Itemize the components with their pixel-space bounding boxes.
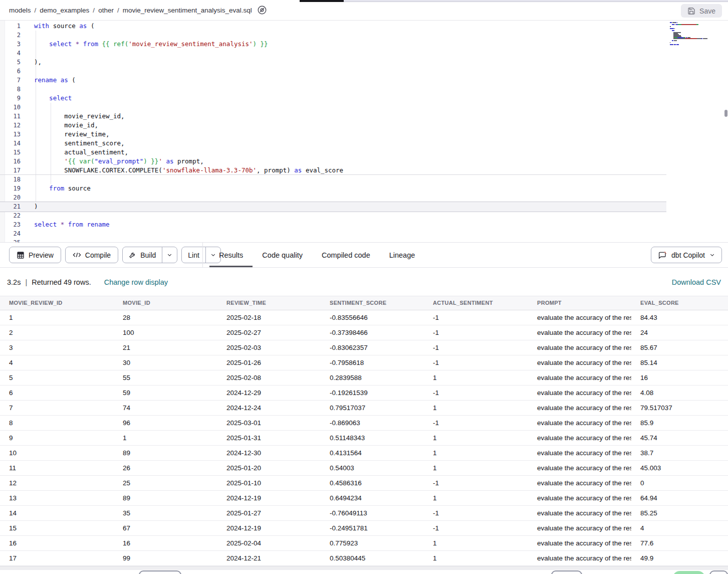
file-status-icon[interactable]: [257, 5, 268, 16]
line-number: 6: [5, 67, 21, 76]
cell: 0.4586316: [321, 476, 424, 490]
line-number: 21: [5, 202, 21, 211]
code-line[interactable]: 7rename as (: [0, 76, 728, 85]
code-line[interactable]: 20: [0, 193, 728, 202]
tab-results[interactable]: Results: [209, 243, 253, 267]
tab-compiled-code[interactable]: Compiled code: [312, 243, 380, 267]
code-line[interactable]: 1with source as (: [0, 22, 728, 31]
code-line[interactable]: 8: [0, 85, 728, 94]
cell: -1: [424, 476, 528, 490]
cell: 2025-01-20: [217, 461, 321, 475]
cell: 85.67: [631, 340, 728, 355]
code-brackets-icon: [73, 251, 81, 259]
wrench-icon: [129, 251, 136, 259]
cell: 24: [631, 325, 728, 340]
cell: 85.25: [631, 506, 728, 520]
download-csv-link[interactable]: Download CSV: [672, 278, 721, 286]
code-line[interactable]: 12 movie_id,: [0, 121, 728, 130]
code-text: select * from rename: [34, 221, 110, 228]
cell: 0: [631, 476, 728, 490]
cell: -0.869063: [321, 416, 424, 430]
code-line[interactable]: 18: [0, 175, 728, 184]
breadcrumb-item: models: [9, 7, 31, 14]
breadcrumb-item: demo_examples: [40, 7, 89, 14]
cell: 15: [0, 521, 114, 535]
code-line[interactable]: 4: [0, 49, 728, 58]
code-line[interactable]: 5),: [0, 58, 728, 67]
cell-prompt: evaluate the accuracy of the res…: [528, 551, 631, 565]
code-line[interactable]: 19 from source: [0, 184, 728, 193]
code-line[interactable]: 21): [0, 202, 728, 211]
code-line[interactable]: 13 review_time,: [0, 130, 728, 139]
line-number: 5: [5, 58, 21, 67]
line-number: 1: [5, 22, 21, 31]
cell: 2025-01-26: [217, 355, 321, 370]
bottom-partial-button[interactable]: [551, 570, 582, 574]
code-line[interactable]: 9 select: [0, 94, 728, 103]
code-line[interactable]: 25: [0, 238, 728, 242]
code-line[interactable]: 16 '{{ var("eval_prompt") }}' as prompt,: [0, 157, 728, 166]
table-hscrollbar[interactable]: [0, 566, 728, 570]
code-line[interactable]: 15 actual_sentiment,: [0, 148, 728, 157]
cell: 2025-01-10: [217, 476, 321, 490]
minimap[interactable]: [670, 22, 714, 47]
cell: 9: [0, 431, 114, 445]
window-edge-light: [344, 0, 728, 2]
cell: 85.9: [631, 416, 728, 430]
prompt-text: evaluate the accuracy of the res…: [537, 491, 631, 505]
code-line[interactable]: 17 SNOWFLAKE.CORTEX.COMPLETE('snowflake-…: [0, 166, 728, 175]
cell-prompt: evaluate the accuracy of the res…: [528, 446, 631, 460]
build-split-button: Build: [122, 247, 177, 263]
line-number: 16: [5, 157, 21, 166]
bottom-partial-button[interactable]: [139, 570, 181, 574]
bottom-partial-button[interactable]: [709, 570, 728, 574]
code-line[interactable]: 14 sentiment_score,: [0, 139, 728, 148]
line-number: 7: [5, 76, 21, 85]
save-button[interactable]: Save: [681, 4, 722, 18]
table-row: 4302025-01-26-0.7958618-1evaluate the ac…: [0, 355, 728, 370]
bottom-partial-green-pill[interactable]: [672, 571, 705, 574]
cell: 3: [0, 340, 114, 355]
compile-label: Compile: [85, 251, 111, 259]
dbt-copilot-button[interactable]: dbt Copilot: [651, 247, 722, 263]
line-number: 14: [5, 139, 21, 148]
cell-prompt: evaluate the accuracy of the res…: [528, 461, 631, 475]
build-dropdown-chevron-icon[interactable]: [162, 247, 177, 263]
compile-button[interactable]: Compile: [65, 247, 118, 263]
cell: 1: [424, 431, 528, 445]
code-lines[interactable]: 1with source as (23 select * from {{ ref…: [0, 22, 728, 242]
column-header: MOVIE_ID: [114, 296, 217, 310]
breadcrumb-separator: /: [117, 7, 119, 14]
code-text: actual_sentiment,: [34, 148, 128, 156]
code-line[interactable]: 11 movie_review_id,: [0, 112, 728, 121]
preview-table-icon: [17, 251, 25, 259]
code-text: '{{ var("eval_prompt") }}' as prompt,: [34, 157, 204, 165]
cell: 28: [114, 310, 217, 325]
preview-button[interactable]: Preview: [9, 247, 61, 263]
code-line[interactable]: 10: [0, 103, 728, 112]
cell: 0.54003: [321, 461, 424, 475]
column-header: REVIEW_TIME: [217, 296, 321, 310]
code-text: sentiment_score,: [34, 139, 125, 147]
column-header: ACTUAL_SENTIMENT: [424, 296, 528, 310]
change-row-display-link[interactable]: Change row display: [104, 278, 168, 286]
code-line[interactable]: 2: [0, 31, 728, 40]
prompt-text: evaluate the accuracy of the res…: [537, 461, 631, 475]
code-editor[interactable]: 1with source as (23 select * from {{ ref…: [0, 21, 728, 242]
code-line[interactable]: 23select * from rename: [0, 220, 728, 229]
editor-scrollbar-thumb[interactable]: [724, 110, 727, 117]
build-button[interactable]: Build: [123, 247, 162, 263]
cell-prompt: evaluate the accuracy of the res…: [528, 536, 631, 550]
tab-code-quality[interactable]: Code quality: [253, 243, 312, 267]
code-line[interactable]: 24: [0, 229, 728, 238]
tab-lineage[interactable]: Lineage: [380, 243, 425, 267]
cell: 79.517037: [631, 401, 728, 415]
cell: 2025-02-27: [217, 325, 321, 340]
cell-prompt: evaluate the accuracy of the res…: [528, 476, 631, 490]
code-line[interactable]: 22: [0, 211, 728, 220]
code-line[interactable]: 3 select * from {{ ref('movie_review_sen…: [0, 40, 728, 49]
lint-button[interactable]: Lint: [182, 247, 205, 263]
prompt-text: evaluate the accuracy of the res…: [537, 310, 631, 325]
line-number: 3: [5, 40, 21, 49]
code-line[interactable]: 6: [0, 67, 728, 76]
